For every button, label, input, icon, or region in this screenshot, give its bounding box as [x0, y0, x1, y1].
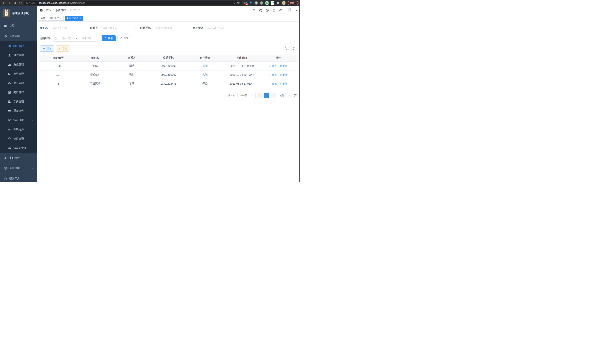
start-date-placeholder: 开始日期	[58, 37, 75, 40]
refresh-table-button[interactable]	[291, 46, 297, 52]
export-button[interactable]: 导出	[56, 46, 70, 52]
sidebar-item-infra[interactable]: 基础设施	[0, 163, 37, 173]
tab-dept[interactable]: 部门管理 ×	[48, 16, 64, 21]
address-bar[interactable]: 不安全 dashboard.yudao.iocoder.cn/system/te…	[24, 1, 242, 5]
col-tenant-name: 租户名	[77, 55, 113, 61]
browser-update-button[interactable]: 更新	[288, 1, 299, 5]
cell-contact: 秃头	[113, 70, 150, 79]
extensions-strip: 10 Y	[243, 1, 287, 5]
sidebar-item-pay[interactable]: ¥ 支付管理	[0, 153, 37, 163]
trash-icon	[280, 83, 282, 85]
trash-icon	[280, 74, 282, 76]
share-icon[interactable]	[233, 2, 235, 4]
chevron-down-icon	[32, 177, 34, 180]
reset-button[interactable]: 重置	[117, 35, 131, 41]
status-select-placeholder: 请选择租户状态	[208, 26, 225, 30]
security-label: 不安全	[29, 1, 36, 4]
sidebar-item-label: 字典管理	[13, 100, 24, 103]
browser-home-icon[interactable]	[18, 1, 23, 5]
font-size-icon[interactable]	[279, 9, 282, 12]
extension-command-icon[interactable]	[254, 1, 258, 5]
browser-reload-icon[interactable]	[13, 1, 17, 5]
sidebar-item-notice[interactable]: 通知公告	[0, 106, 37, 116]
help-icon[interactable]	[265, 9, 269, 12]
modify-link[interactable]: 修改	[269, 73, 277, 76]
extension-grid-icon[interactable]: 10	[244, 1, 247, 5]
show-search-toggle-button[interactable]	[282, 46, 289, 52]
page-size-select[interactable]: 10条/页	[237, 93, 256, 98]
extension-gray-dot-icon[interactable]	[260, 1, 263, 5]
table-row: 108 测试 测试 15601691300 关闭 2021-12-14 21:0…	[40, 61, 297, 70]
chevron-down-icon	[236, 27, 239, 29]
close-icon[interactable]: ×	[79, 17, 81, 19]
bookmark-star-icon[interactable]	[237, 1, 240, 4]
cell-mobile: 15601691300	[150, 70, 187, 79]
extension-kite-icon[interactable]	[249, 1, 253, 5]
sidebar-item-post[interactable]: 岗位管理	[0, 88, 37, 97]
modify-link[interactable]: 修改	[269, 64, 277, 67]
col-contact: 联系人	[113, 55, 150, 61]
sidebar-item-role[interactable]: 角色管理	[0, 60, 37, 69]
sidebar-item-dev-tools[interactable]: 研发工具	[0, 173, 37, 182]
breadcrumb-system[interactable]: 系统管理	[55, 9, 66, 12]
sidebar-item-error-code[interactable]: 错误码管理	[0, 143, 37, 153]
sidebar-header[interactable]: 芋道管理系统	[0, 6, 37, 21]
browser-forward-icon[interactable]	[7, 1, 11, 5]
search-button[interactable]: 搜索	[102, 35, 116, 41]
header-search-icon[interactable]	[252, 9, 256, 12]
sidebar-item-label: 基础设施	[9, 167, 20, 170]
edit-icon	[269, 65, 272, 67]
search-icon	[104, 37, 107, 39]
delete-link[interactable]: 删除	[280, 82, 287, 85]
tab-tenant[interactable]: 租户管理 ×	[65, 16, 83, 21]
extension-puzzle-icon[interactable]	[276, 1, 280, 5]
tab-label: 部门管理	[50, 17, 59, 20]
sidebar-item-menu[interactable]: 菜单管理	[0, 69, 37, 78]
status-select[interactable]: 请选择租户状态	[206, 25, 241, 31]
user-menu[interactable]	[287, 7, 297, 14]
sidebar-collapse-icon[interactable]	[39, 8, 43, 12]
goto-page-input[interactable]	[286, 93, 293, 98]
breadcrumb-home[interactable]: 首页	[46, 9, 51, 12]
chevron-down-icon	[252, 94, 254, 96]
sidebar-item-online-users[interactable]: 在线用户	[0, 125, 37, 134]
fullscreen-icon[interactable]	[272, 9, 276, 12]
cell-mobile: 17321315478	[150, 79, 187, 88]
sidebar-item-user[interactable]: 用户管理	[0, 51, 37, 60]
sidebar-item-dict[interactable]: 字典管理	[0, 97, 37, 106]
dict-book-icon	[8, 100, 11, 103]
extension-y-icon[interactable]: Y	[265, 1, 269, 5]
next-page-button[interactable]	[271, 93, 276, 98]
window-edge	[299, 6, 300, 182]
cell-tenant-id: 107	[40, 70, 77, 79]
sidebar-item-home[interactable]: 首页	[0, 21, 37, 31]
tab-label: 租户管理	[69, 17, 78, 20]
mobile-input[interactable]	[153, 25, 188, 31]
sidebar-item-system[interactable]: 系统管理	[0, 31, 37, 41]
download-icon	[59, 47, 61, 50]
tab-home[interactable]: 首页	[39, 16, 47, 21]
sidebar-item-label: 首页	[9, 24, 14, 28]
page-number-1[interactable]: 1	[264, 93, 269, 98]
delete-link[interactable]: 删除	[280, 64, 287, 67]
sidebar-item-sms[interactable]: 短信管理	[0, 134, 37, 143]
github-icon[interactable]	[259, 9, 262, 12]
sidebar-item-dept[interactable]: 部门管理	[0, 78, 37, 88]
org-tree-icon	[8, 82, 11, 85]
sidebar-item-tenant[interactable]: 租户管理	[0, 41, 37, 51]
close-icon[interactable]: ×	[60, 17, 62, 19]
delete-link[interactable]: 删除	[280, 73, 287, 76]
tenant-name-input[interactable]	[50, 25, 85, 31]
tags-view: 首页 部门管理 × 租户管理 ×	[37, 15, 300, 21]
extension-emoji-icon[interactable]	[282, 1, 286, 5]
browser-menu-icon[interactable]	[296, 2, 297, 4]
sidebar-item-audit-log[interactable]: 审计日志	[0, 116, 37, 125]
browser-back-icon[interactable]	[1, 1, 6, 5]
contact-input[interactable]	[100, 25, 135, 31]
modify-link[interactable]: 修改	[269, 82, 277, 85]
prev-page-button[interactable]	[257, 93, 262, 98]
sidebar-item-label: 菜单管理	[13, 72, 24, 75]
add-button[interactable]: 新增	[40, 46, 54, 52]
create-time-range-picker[interactable]: 开始日期 - 结束日期	[53, 35, 97, 42]
extension-chat-icon[interactable]	[271, 1, 274, 5]
